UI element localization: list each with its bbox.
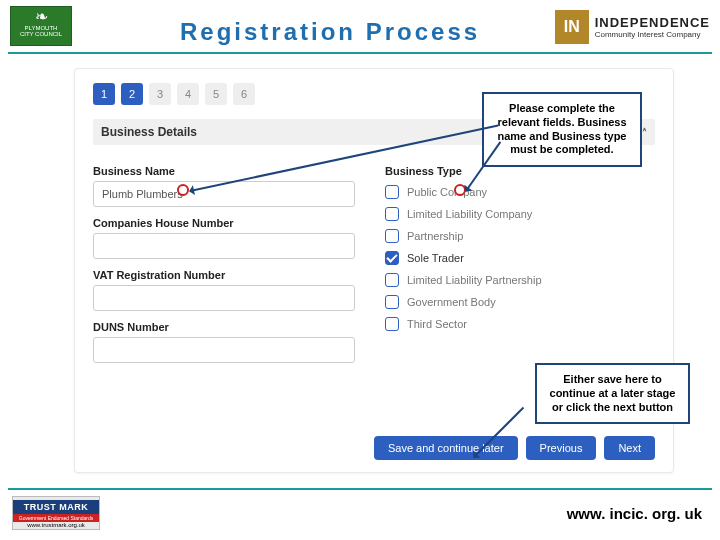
page-title: Registration Process [180,18,480,46]
label-duns: DUNS Number [93,321,355,333]
checkbox-icon [385,185,399,199]
bt-partnership[interactable]: Partnership [385,229,655,243]
right-column: Business Type Public Company Limited Lia… [385,155,655,363]
header-divider [8,52,712,54]
slide-header: ❧ PLYMOUTH CITY COUNCIL Registration Pro… [0,0,720,54]
tm-title: TRUST MARK [13,500,99,514]
bt-third-sector[interactable]: Third Sector [385,317,655,331]
checkbox-icon [385,317,399,331]
label-business-name: Business Name [93,165,355,177]
plymouth-line2: CITY COUNCIL [20,31,62,37]
label-companies-house: Companies House Number [93,217,355,229]
in-big: INDEPENDENCE [595,15,710,30]
left-column: Business Name Companies House Number VAT… [93,155,355,363]
bt-label: Partnership [407,230,463,242]
footer-url: www. incic. org. uk [567,505,702,522]
checkbox-checked-icon [385,251,399,265]
checkbox-icon [385,295,399,309]
label-vat: VAT Registration Number [93,269,355,281]
bt-sole-trader[interactable]: Sole Trader [385,251,655,265]
chevron-up-icon: ˄ [642,127,647,138]
bt-label: Public Company [407,186,487,198]
footer-divider [8,488,712,490]
tm-url: www.trustmark.org.uk [13,522,99,528]
previous-button[interactable]: Previous [526,436,597,460]
in-badge: IN [555,10,589,44]
bt-llp[interactable]: Limited Liability Partnership [385,273,655,287]
in-small: Community Interest Company [595,30,701,39]
next-button[interactable]: Next [604,436,655,460]
tree-icon: ❧ [11,9,71,25]
section-title: Business Details [101,125,197,139]
step-5[interactable]: 5 [205,83,227,105]
duns-field[interactable] [93,337,355,363]
companies-house-field[interactable] [93,233,355,259]
bt-label: Sole Trader [407,252,464,264]
checkbox-icon [385,273,399,287]
bt-public-company[interactable]: Public Company [385,185,655,199]
trustmark-logo: TRUST MARK Government Endorsed Standards… [12,496,100,530]
bt-label: Third Sector [407,318,467,330]
business-name-field[interactable] [93,181,355,207]
checkbox-icon [385,207,399,221]
bt-label: Limited Liability Company [407,208,532,220]
callout-required-fields: Please complete the relevant fields. Bus… [482,92,642,167]
bt-llc[interactable]: Limited Liability Company [385,207,655,221]
callout-save-next: Either save here to continue at a later … [535,363,690,424]
step-4[interactable]: 4 [177,83,199,105]
tm-subtitle: Government Endorsed Standards [13,514,99,522]
vat-field[interactable] [93,285,355,311]
bt-government[interactable]: Government Body [385,295,655,309]
bt-label: Government Body [407,296,496,308]
save-continue-button[interactable]: Save and continue later [374,436,518,460]
plymouth-logo: ❧ PLYMOUTH CITY COUNCIL [10,6,72,46]
step-2[interactable]: 2 [121,83,143,105]
in-text: INDEPENDENCE Community Interest Company [595,15,710,39]
step-3[interactable]: 3 [149,83,171,105]
step-6[interactable]: 6 [233,83,255,105]
independence-logo: IN INDEPENDENCE Community Interest Compa… [555,8,710,46]
bt-label: Limited Liability Partnership [407,274,542,286]
step-1[interactable]: 1 [93,83,115,105]
checkbox-icon [385,229,399,243]
form-buttons: Save and continue later Previous Next [374,436,655,460]
